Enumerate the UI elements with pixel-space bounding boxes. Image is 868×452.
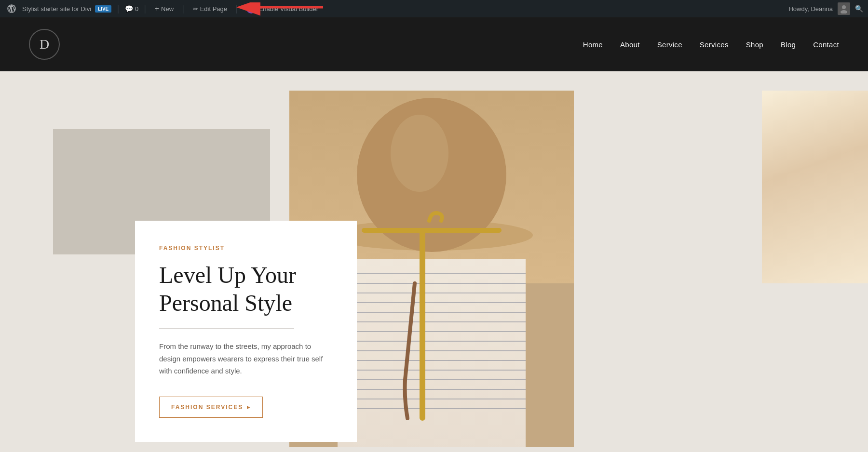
svg-point-2 (841, 10, 847, 13)
comment-icon: 💬 (125, 5, 133, 13)
svg-point-30 (767, 259, 834, 283)
hero-divider (159, 328, 294, 329)
separator-3: | (182, 4, 184, 14)
pencil-icon: ✏ (193, 5, 198, 13)
comments-count: 0 (135, 5, 138, 13)
hero-card: FASHION STYLIST Level Up Your Personal S… (135, 221, 357, 442)
nav-blog[interactable]: Blog (781, 40, 796, 49)
separator-1: | (117, 4, 119, 14)
site-logo[interactable]: D (29, 29, 60, 60)
howdy-text: Howdy, Deanna (788, 5, 833, 13)
separator-2: | (144, 4, 146, 14)
admin-bar: Stylist starter site for Divi Live | 💬 0… (0, 0, 868, 17)
plus-icon: + (155, 4, 159, 13)
svg-rect-26 (362, 228, 502, 233)
site-name: Stylist starter site for Divi (22, 5, 91, 13)
hero-eyebrow: FASHION STYLIST (159, 245, 333, 252)
nav-shop[interactable]: Shop (746, 40, 763, 49)
logo-letter: D (40, 37, 49, 52)
avatar[interactable] (838, 2, 850, 15)
new-label: New (161, 5, 174, 13)
nav-about[interactable]: About (620, 40, 640, 49)
divi-icon-letter: D (249, 6, 253, 12)
hero-title: Level Up Your Personal Style (159, 261, 333, 317)
svg-rect-27 (762, 91, 868, 283)
edit-page-button[interactable]: ✏ Edit Page (190, 5, 230, 13)
search-icon[interactable]: 🔍 (855, 5, 863, 13)
enable-visual-builder-button[interactable]: D Enable Visual Builder (244, 4, 321, 13)
admin-bar-right: Howdy, Deanna 🔍 (788, 2, 863, 15)
site-header: D Home About Service Services Shop Blog … (0, 17, 868, 71)
new-button[interactable]: + New (152, 4, 176, 13)
svg-rect-25 (420, 228, 425, 421)
main-navigation: Home About Service Services Shop Blog Co… (583, 40, 839, 49)
nav-service[interactable]: Service (657, 40, 682, 49)
svg-point-24 (391, 115, 448, 192)
wordpress-icon[interactable] (5, 2, 18, 15)
enable-builder-label: Enable Visual Builder (259, 5, 318, 13)
live-badge: Live (95, 5, 111, 13)
comments-link[interactable]: 💬 0 (125, 5, 138, 13)
nav-contact[interactable]: Contact (813, 40, 839, 49)
cta-label: FASHION SERVICES (171, 404, 243, 411)
svg-rect-6 (338, 259, 526, 447)
hero-right-image (762, 91, 868, 283)
svg-point-1 (842, 5, 846, 9)
nav-services[interactable]: Services (700, 40, 729, 49)
cta-arrow-icon: ▸ (247, 404, 251, 411)
separator-4: | (236, 4, 238, 14)
fashion-services-button[interactable]: FASHION SERVICES ▸ (159, 397, 263, 418)
divi-icon: D (246, 4, 256, 13)
hero-section: FASHION STYLIST Level Up Your Personal S… (0, 71, 868, 452)
hero-body: From the runway to the streets, my appro… (159, 340, 333, 377)
edit-page-label: Edit Page (200, 5, 227, 13)
admin-bar-left: Stylist starter site for Divi Live | 💬 0… (5, 2, 788, 15)
svg-point-28 (828, 118, 845, 126)
svg-point-29 (828, 121, 845, 129)
nav-home[interactable]: Home (583, 40, 603, 49)
